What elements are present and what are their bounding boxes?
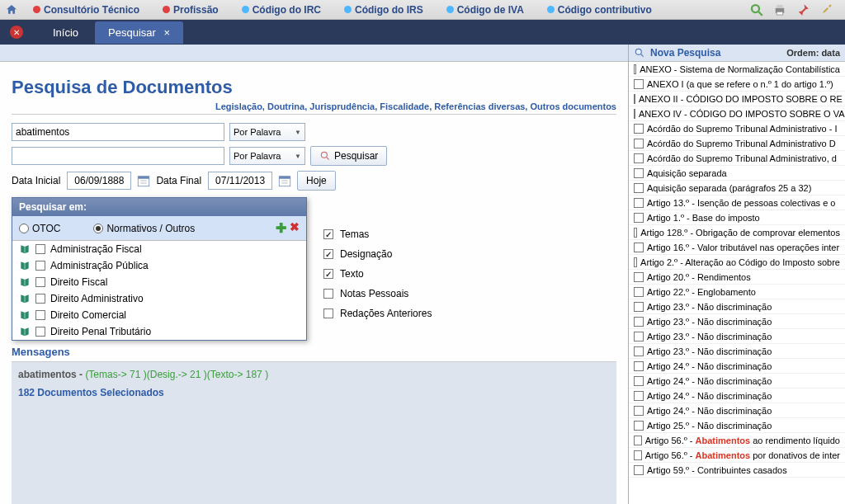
result-checkbox[interactable]: [634, 139, 644, 148]
results-order[interactable]: Ordem: data: [786, 48, 840, 58]
category-checkbox[interactable]: [35, 261, 45, 271]
printer-icon[interactable]: [772, 2, 787, 17]
topnav-item[interactable]: Consultório Técnico: [21, 4, 151, 16]
result-checkbox[interactable]: [634, 183, 644, 193]
result-item[interactable]: Artigo 59.º - Contribuintes casados: [629, 463, 845, 478]
category-item[interactable]: Direito Comercial: [12, 307, 306, 323]
calendar-icon[interactable]: [136, 173, 151, 188]
result-checkbox[interactable]: [634, 332, 644, 341]
result-item[interactable]: Artigo 24.º - Não discriminação: [629, 389, 845, 403]
result-checkbox[interactable]: [634, 153, 644, 163]
calendar-icon[interactable]: [277, 173, 292, 188]
topnav-item[interactable]: Profissão: [151, 4, 230, 16]
result-item[interactable]: Artigo 20.º - Rendimentos: [629, 270, 845, 285]
result-checkbox[interactable]: [634, 302, 644, 312]
result-item[interactable]: Artigo 24.º - Não discriminação: [629, 403, 845, 418]
result-item[interactable]: ANEXO - Sistema de Normalização Contabil…: [629, 62, 845, 77]
result-item[interactable]: ANEXO II - CÓDIGO DO IMPOSTO SOBRE O RE: [629, 92, 845, 106]
tab-pesquisar[interactable]: Pesquisar ×: [95, 21, 183, 44]
add-icon[interactable]: ✚: [276, 220, 286, 236]
search-icon[interactable]: [749, 2, 764, 17]
result-checkbox[interactable]: [634, 465, 644, 475]
result-checkbox[interactable]: [634, 213, 644, 223]
checkbox-redacoes[interactable]: [323, 309, 333, 318]
topnav-item[interactable]: Código de IVA: [435, 4, 536, 16]
result-checkbox[interactable]: [634, 198, 644, 208]
result-item[interactable]: Artigo 23.º - Não discriminação: [629, 344, 845, 359]
result-item[interactable]: Aquisição separada (parágrafos 25 a 32): [629, 181, 845, 195]
topnav-item[interactable]: Código contributivo: [536, 4, 663, 16]
pesquisar-button[interactable]: Pesquisar: [310, 146, 387, 166]
result-checkbox[interactable]: [634, 436, 642, 445]
category-checkbox[interactable]: [35, 277, 45, 287]
result-item[interactable]: Artigo 56.º - Abatimentos ao rendimento …: [629, 433, 845, 448]
data-final-input[interactable]: [208, 172, 272, 190]
tools-icon[interactable]: [819, 2, 833, 17]
result-checkbox[interactable]: [634, 287, 644, 297]
result-checkbox[interactable]: [634, 421, 644, 431]
result-checkbox[interactable]: [634, 391, 644, 401]
radio-otoc[interactable]: OTOC: [19, 223, 60, 234]
result-item[interactable]: Artigo 13.º - Isenção de pessoas colecti…: [629, 195, 845, 210]
category-item[interactable]: Administração Fiscal: [12, 241, 306, 257]
result-item[interactable]: Artigo 24.º - Não discriminação: [629, 374, 845, 389]
result-checkbox[interactable]: [634, 406, 644, 416]
result-item[interactable]: Artigo 22.º - Englobamento: [629, 285, 845, 299]
result-checkbox[interactable]: [634, 124, 644, 134]
category-checkbox[interactable]: [35, 310, 45, 320]
checkbox-notas[interactable]: [323, 289, 333, 299]
result-checkbox[interactable]: [634, 346, 644, 356]
result-item[interactable]: ANEXO IV - CÓDIGO DO IMPOSTO SOBRE O VA: [629, 106, 845, 121]
topnav-item[interactable]: Código do IRC: [230, 4, 333, 16]
result-checkbox[interactable]: [634, 94, 635, 104]
result-item[interactable]: Acórdão do Supremo Tribunal Administrati…: [629, 136, 845, 151]
result-item[interactable]: Artigo 23.º - Não discriminação: [629, 299, 845, 314]
hoje-button[interactable]: Hoje: [297, 171, 336, 191]
category-checkbox[interactable]: [35, 294, 45, 304]
result-item[interactable]: Artigo 128.º - Obrigação de comprovar el…: [629, 225, 845, 240]
result-item[interactable]: Artigo 2.º - Alteração ao Código do Impo…: [629, 255, 845, 270]
result-checkbox[interactable]: [634, 257, 637, 267]
result-checkbox[interactable]: [634, 317, 644, 327]
pin-icon[interactable]: [795, 2, 810, 17]
category-item[interactable]: Direito Administrativo: [12, 290, 306, 307]
result-checkbox[interactable]: [634, 243, 644, 252]
result-item[interactable]: ANEXO I (a que se refere o n.º 1 do arti…: [629, 77, 845, 92]
result-checkbox[interactable]: [634, 361, 644, 371]
radio-normativos[interactable]: Normativos / Outros: [93, 223, 195, 234]
result-item[interactable]: Acórdão do Supremo Tribunal Administrati…: [629, 121, 845, 136]
data-inicial-input[interactable]: [67, 172, 131, 190]
search-term-1-input[interactable]: [12, 123, 224, 141]
result-checkbox[interactable]: [634, 64, 636, 74]
match-mode-1-select[interactable]: Por Palavra▼: [229, 123, 305, 141]
result-item[interactable]: Artigo 1.º - Base do imposto: [629, 210, 845, 225]
category-item[interactable]: Administração Pública: [12, 257, 306, 274]
match-mode-2-select[interactable]: Por Palavra▼: [229, 147, 305, 165]
result-item[interactable]: Aquisição separada: [629, 166, 845, 181]
result-checkbox[interactable]: [634, 228, 637, 238]
results-list[interactable]: ANEXO - Sistema de Normalização Contabil…: [629, 62, 845, 504]
category-list[interactable]: Administração FiscalAdministração Públic…: [12, 241, 306, 340]
remove-icon[interactable]: ✖: [290, 220, 300, 236]
result-checkbox[interactable]: [634, 168, 644, 178]
category-item[interactable]: Direito Fiscal: [12, 274, 306, 290]
result-item[interactable]: Artigo 24.º - Não discriminação: [629, 359, 845, 374]
category-checkbox[interactable]: [35, 244, 45, 254]
result-item[interactable]: Artigo 56.º - Abatimentos por donativos …: [629, 448, 845, 463]
result-checkbox[interactable]: [634, 376, 644, 386]
result-checkbox[interactable]: [634, 450, 642, 460]
search-term-2-input[interactable]: [12, 147, 224, 165]
result-item[interactable]: Artigo 23.º - Não discriminação: [629, 329, 845, 344]
result-item[interactable]: Artigo 16.º - Valor tributável nas opera…: [629, 240, 845, 255]
category-checkbox[interactable]: [35, 327, 45, 337]
checkbox-designacao[interactable]: [323, 249, 333, 259]
result-checkbox[interactable]: [634, 272, 644, 282]
result-item[interactable]: Artigo 23.º - Não discriminação: [629, 314, 845, 329]
checkbox-temas[interactable]: [323, 229, 333, 239]
close-all-button[interactable]: ✕: [10, 26, 23, 39]
result-item[interactable]: Acórdão do Supremo Tribunal Administrati…: [629, 151, 845, 166]
checkbox-texto[interactable]: [323, 269, 333, 279]
home-icon[interactable]: [5, 3, 18, 16]
category-item[interactable]: Direito Penal Tributário: [12, 323, 306, 340]
tab-close-icon[interactable]: ×: [164, 26, 171, 39]
